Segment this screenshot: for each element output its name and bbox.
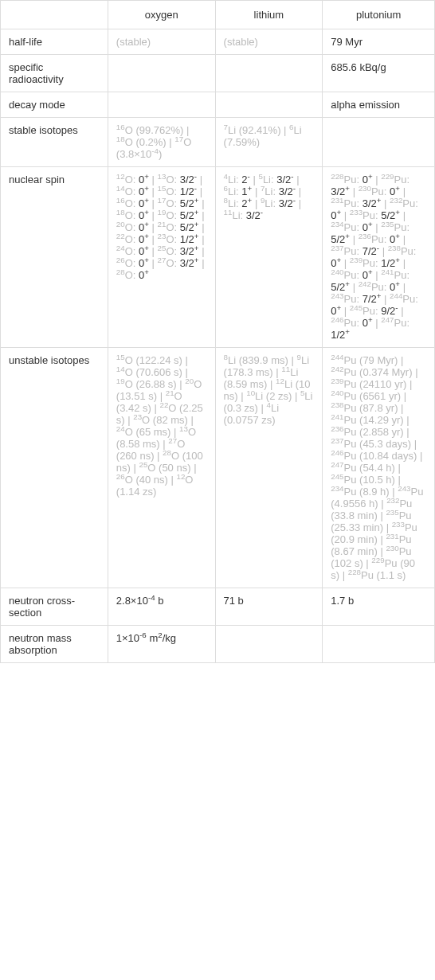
cell-lithium-neutron-mass-absorption: [215, 626, 323, 663]
isotope-comparison-table: oxygen lithium plutonium half-life (stab…: [0, 0, 435, 663]
table-row: nuclear spin 12O: 0+ | 13O: 3/2- | 14O: …: [1, 167, 435, 348]
table-row: specific radioactivity 685.6 kBq/g: [1, 55, 435, 92]
header-lithium: lithium: [215, 1, 323, 29]
cell-lithium-neutron-cross-section: 71 b: [215, 588, 323, 626]
cell-oxygen-neutron-cross-section: 2.8×10-4 b: [108, 588, 215, 626]
cell-lithium-specific-radioactivity: [215, 55, 323, 92]
row-label-neutron-cross-section: neutron cross-section: [1, 588, 108, 626]
row-label-nuclear-spin: nuclear spin: [1, 167, 108, 348]
cell-plutonium-half-life: 79 Myr: [323, 29, 435, 55]
cell-oxygen-specific-radioactivity: [108, 55, 215, 92]
cell-lithium-stable-isotopes: 7Li (92.41%) | 6Li (7.59%): [215, 118, 323, 167]
row-label-unstable-isotopes: unstable isotopes: [1, 348, 108, 588]
table-row: unstable isotopes 15O (122.24 s) | 14O (…: [1, 348, 435, 588]
cell-lithium-half-life: (stable): [215, 29, 323, 55]
cell-plutonium-specific-radioactivity: 685.6 kBq/g: [323, 55, 435, 92]
cell-lithium-unstable-isotopes: 8Li (839.9 ms) | 9Li (178.3 ms) | 11Li (…: [215, 348, 323, 588]
cell-oxygen-nuclear-spin: 12O: 0+ | 13O: 3/2- | 14O: 0+ | 15O: 1/2…: [108, 167, 215, 348]
header-plutonium: plutonium: [323, 1, 435, 29]
table-row: stable isotopes 16O (99.762%) | 18O (0.2…: [1, 118, 435, 167]
header-oxygen: oxygen: [108, 1, 215, 29]
cell-lithium-nuclear-spin: 4Li: 2- | 5Li: 3/2- | 6Li: 1+ | 7Li: 3/2…: [215, 167, 323, 348]
table-row: half-life (stable) (stable) 79 Myr: [1, 29, 435, 55]
header-empty: [1, 1, 108, 29]
row-label-decay-mode: decay mode: [1, 92, 108, 118]
cell-oxygen-decay-mode: [108, 92, 215, 118]
cell-plutonium-stable-isotopes: [323, 118, 435, 167]
cell-oxygen-neutron-mass-absorption: 1×10-6 m2/kg: [108, 626, 215, 663]
table-row: neutron mass absorption 1×10-6 m2/kg: [1, 626, 435, 663]
cell-oxygen-half-life: (stable): [108, 29, 215, 55]
cell-plutonium-neutron-mass-absorption: [323, 626, 435, 663]
cell-oxygen-unstable-isotopes: 15O (122.24 s) | 14O (70.606 s) | 19O (2…: [108, 348, 215, 588]
row-label-neutron-mass-absorption: neutron mass absorption: [1, 626, 108, 663]
cell-plutonium-nuclear-spin: 228Pu: 0+ | 229Pu: 3/2+ | 230Pu: 0+ | 23…: [323, 167, 435, 348]
row-label-specific-radioactivity: specific radioactivity: [1, 55, 108, 92]
cell-lithium-decay-mode: [215, 92, 323, 118]
cell-plutonium-neutron-cross-section: 1.7 b: [323, 588, 435, 626]
cell-oxygen-stable-isotopes: 16O (99.762%) | 18O (0.2%) | 17O (3.8×10…: [108, 118, 215, 167]
table-row: decay mode alpha emission: [1, 92, 435, 118]
cell-plutonium-decay-mode: alpha emission: [323, 92, 435, 118]
row-label-half-life: half-life: [1, 29, 108, 55]
cell-plutonium-unstable-isotopes: 244Pu (79 Myr) | 242Pu (0.374 Myr) | 239…: [323, 348, 435, 588]
table-row: neutron cross-section 2.8×10-4 b 71 b 1.…: [1, 588, 435, 626]
row-label-stable-isotopes: stable isotopes: [1, 118, 108, 167]
